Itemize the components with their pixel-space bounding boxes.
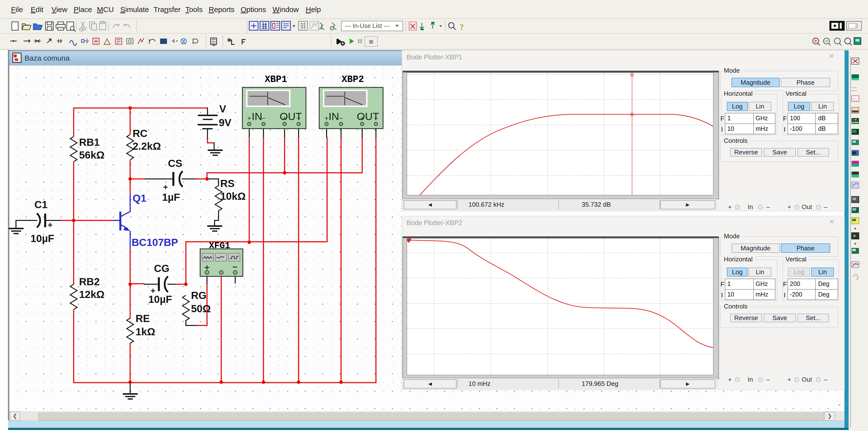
svg-text:10µF: 10µF — [148, 294, 172, 305]
svg-text:56kΩ: 56kΩ — [79, 149, 104, 161]
svg-text:V: V — [219, 103, 226, 114]
svg-text:10µF: 10µF — [30, 233, 54, 244]
svg-text:--- In-Use List ---: --- In-Use List --- — [345, 22, 390, 29]
svg-text:XBP1: XBP1 — [265, 74, 287, 85]
svg-text:CS: CS — [168, 158, 182, 169]
svg-text:CG: CG — [154, 263, 169, 274]
svg-text:IN: IN — [329, 110, 339, 122]
svg-text:BC107BP: BC107BP — [132, 237, 178, 248]
svg-text:Q1: Q1 — [133, 192, 146, 204]
svg-text:10kΩ: 10kΩ — [220, 191, 246, 202]
svg-text:RG: RG — [191, 290, 207, 301]
svg-text:OUT: OUT — [280, 110, 302, 122]
svg-text:?: ? — [460, 22, 464, 31]
svg-text:——: —— — [851, 86, 857, 89]
svg-text:2.2kΩ: 2.2kΩ — [133, 140, 161, 152]
svg-text:1kΩ: 1kΩ — [135, 326, 155, 337]
svg-text:——: —— — [851, 89, 857, 92]
svg-text:XBP2: XBP2 — [342, 74, 364, 85]
svg-text:RB1: RB1 — [79, 136, 100, 148]
svg-text:9V: 9V — [219, 117, 231, 128]
svg-text:Baza comuna: Baza comuna — [25, 54, 70, 62]
svg-text:RB2: RB2 — [79, 276, 100, 288]
svg-text:OUT: OUT — [357, 110, 379, 122]
svg-text:RS: RS — [220, 178, 235, 189]
svg-text:12kΩ: 12kΩ — [79, 289, 104, 300]
svg-text:RE: RE — [135, 313, 150, 324]
svg-text:+: + — [163, 183, 168, 192]
svg-text:+: + — [151, 286, 155, 295]
svg-text:1µF: 1µF — [162, 192, 180, 203]
svg-text:IN: IN — [252, 110, 262, 122]
svg-text:+: + — [48, 220, 53, 230]
svg-text:XFG1: XFG1 — [209, 241, 230, 251]
svg-text:RC: RC — [133, 128, 148, 139]
svg-text:50Ω: 50Ω — [191, 303, 211, 314]
svg-text:C1: C1 — [34, 199, 48, 210]
